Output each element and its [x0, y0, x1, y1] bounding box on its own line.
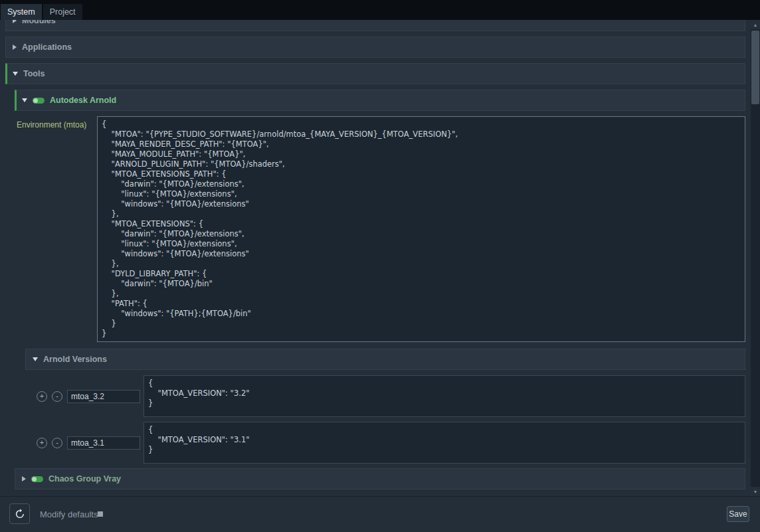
scrollbar-thumb[interactable]: [751, 31, 759, 104]
settings-window: System Project Modules Applications Tool…: [0, 0, 760, 532]
environment-label: Environment (mtoa): [15, 116, 97, 130]
scrollbar-track[interactable]: [751, 29, 760, 487]
chevron-right-icon: [13, 44, 17, 50]
vray-enabled-toggle[interactable]: [31, 476, 43, 482]
remove-version-button[interactable]: -: [52, 438, 62, 448]
section-title-autodesk-arnold: Autodesk Arnold: [50, 96, 116, 105]
settings-body: Modules Applications Tools Autodesk Arno…: [0, 20, 760, 496]
arnold-versions-section: Arnold Versions + - { "MTOA_VERSION": "3…: [25, 349, 745, 464]
arnold-enabled-toggle[interactable]: [33, 98, 45, 104]
tools-section-body: Autodesk Arnold Environment (mtoa) { "MT…: [15, 90, 745, 489]
section-title-modules: Modules: [22, 20, 56, 25]
save-button[interactable]: Save: [727, 506, 749, 522]
toggle-knob: [33, 98, 38, 103]
chevron-down-icon: [33, 357, 38, 361]
section-header-chaos-group-vray[interactable]: Chaos Group Vray: [15, 468, 745, 489]
chevron-down-icon: [13, 72, 18, 76]
section-title-tools: Tools: [23, 69, 45, 78]
version-key-input[interactable]: [67, 390, 140, 403]
add-version-button[interactable]: +: [37, 438, 47, 448]
version-row: + - { "MTOA_VERSION": "3.1" }: [25, 422, 745, 464]
toggle-knob: [32, 477, 37, 482]
section-header-modules[interactable]: Modules: [5, 20, 745, 31]
tab-project[interactable]: Project: [43, 3, 83, 20]
section-header-tools[interactable]: Tools: [5, 63, 745, 84]
scroll-up-button[interactable]: ▲: [751, 20, 760, 29]
vertical-scrollbar[interactable]: ▲ ▼: [751, 20, 760, 496]
footer-bar: Modify defaults Save: [0, 496, 760, 532]
section-title-arnold-versions: Arnold Versions: [43, 355, 107, 364]
section-header-autodesk-arnold[interactable]: Autodesk Arnold: [15, 90, 745, 111]
main-tabbar: System Project: [0, 0, 760, 20]
scroll-down-button[interactable]: ▼: [751, 487, 760, 496]
settings-scroll-area: Modules Applications Tools Autodesk Arno…: [0, 20, 751, 496]
tab-system[interactable]: System: [0, 3, 43, 20]
version-key-input[interactable]: [67, 436, 140, 450]
version-json-editor[interactable]: { "MTOA_VERSION": "3.1" }: [143, 422, 745, 464]
section-title-applications: Applications: [22, 43, 72, 52]
remove-version-button[interactable]: -: [52, 391, 62, 402]
modify-defaults-checkbox[interactable]: [98, 511, 103, 517]
version-row: + - { "MTOA_VERSION": "3.2" }: [25, 375, 745, 417]
add-version-button[interactable]: +: [37, 391, 47, 402]
refresh-icon: [14, 508, 26, 520]
chevron-right-icon: [22, 476, 26, 482]
chevron-down-icon: [22, 98, 27, 102]
environment-json-editor[interactable]: { "MTOA": "{PYPE_STUDIO_SOFTWARE}/arnold…: [97, 116, 745, 342]
version-json-editor[interactable]: { "MTOA_VERSION": "3.2" }: [143, 375, 745, 417]
modify-defaults-label: Modify defaults: [40, 509, 98, 519]
chevron-right-icon: [13, 20, 17, 23]
section-header-applications[interactable]: Applications: [5, 37, 745, 58]
refresh-button[interactable]: [9, 503, 30, 524]
environment-row: Environment (mtoa) { "MTOA": "{PYPE_STUD…: [15, 116, 745, 342]
section-title-chaos-group-vray: Chaos Group Vray: [48, 474, 121, 484]
section-header-arnold-versions[interactable]: Arnold Versions: [25, 349, 745, 370]
